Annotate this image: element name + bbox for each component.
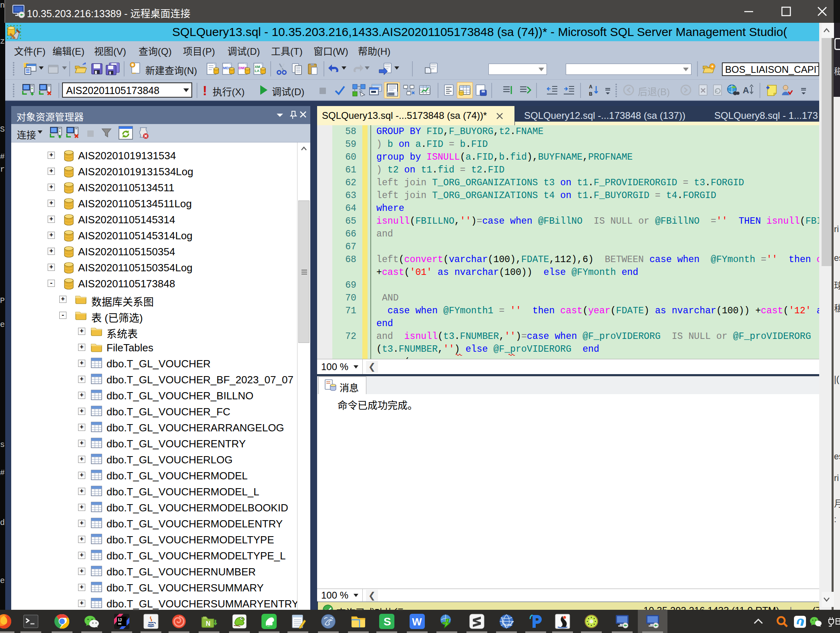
taskbar-slot-honeyview[interactable] <box>164 610 194 633</box>
xmla-query-icon[interactable]: XMLA <box>253 62 267 75</box>
database-engine-query-icon[interactable] <box>206 62 220 75</box>
debug-button[interactable]: 调试(D) <box>272 84 304 98</box>
mdx-query-icon[interactable]: MDX <box>222 62 235 75</box>
code-line[interactable]: 66and <box>317 228 819 240</box>
tree-item-label[interactable]: AIS20201019131534Log <box>78 166 193 178</box>
results-to-file-icon[interactable] <box>474 84 488 96</box>
tree-item[interactable]: +系统表 <box>11 323 297 339</box>
editor-zoom-combo[interactable]: 100 % <box>317 359 363 374</box>
code-line[interactable]: 72and isnull(t3.FNUMBER,'')=case when @F… <box>317 330 819 343</box>
undo-dropdown-icon[interactable] <box>342 66 346 70</box>
code-line[interactable]: 68left(convert(varchar(100),FDATE,112),6… <box>317 253 819 266</box>
expand-icon[interactable]: + <box>78 344 85 351</box>
toolbar-overflow-icon[interactable] <box>604 84 611 97</box>
taskbar-slot-sublime[interactable] <box>462 610 492 633</box>
taskbar-slot-scorpion[interactable] <box>313 610 343 633</box>
tree-item[interactable]: +dbo.T_GL_VOUCHERMODELTYPE_L <box>11 547 297 563</box>
code-line[interactable]: 64where <box>317 202 819 215</box>
tree-item-label[interactable]: dbo.T_GL_VOUCHERMODEL <box>107 470 248 482</box>
connect-menu-dropdown-icon[interactable] <box>38 130 42 134</box>
expand-icon[interactable]: + <box>48 232 55 239</box>
back-icon[interactable] <box>622 84 635 96</box>
taskbar-slot-chrome[interactable] <box>47 610 77 633</box>
print-icon[interactable] <box>424 62 439 75</box>
window-position-icon[interactable] <box>275 112 284 118</box>
tree-item-label[interactable]: dbo.T_GL_VOUCHERENTRY <box>107 438 246 450</box>
menu-edit[interactable]: 编辑(E) <box>52 44 84 58</box>
tree-item-label[interactable]: AIS20201105173848 <box>78 278 175 290</box>
dmx-query-icon[interactable]: DMX <box>237 62 251 75</box>
expand-icon[interactable]: + <box>78 584 85 591</box>
tree-item[interactable]: +dbo.T_GL_VOUCHER_FC <box>11 403 297 419</box>
menu-file[interactable]: 文件(F) <box>14 44 46 58</box>
toolbar-overflow-icon-2[interactable] <box>800 84 807 97</box>
new-query-icon[interactable] <box>129 62 143 76</box>
code-line[interactable]: 69 <box>317 279 819 292</box>
forward-icon[interactable] <box>679 84 692 96</box>
save-all-icon[interactable] <box>105 62 120 75</box>
disconnect-object-explorer-icon[interactable] <box>66 126 82 139</box>
expand-icon[interactable]: + <box>78 392 85 399</box>
tab-messages[interactable]: 消息 <box>318 377 366 395</box>
stop-object-icon[interactable] <box>84 127 95 138</box>
menu-window[interactable]: 窗口(W) <box>313 44 348 58</box>
tree-item-label[interactable]: dbo.T_GL_VOUCHERNUMBER <box>107 566 256 578</box>
comment-icon[interactable] <box>502 84 515 96</box>
code-line[interactable]: 58GROUP BY FID,F_BUYORG,t2.FNAME <box>317 125 819 138</box>
back-button[interactable]: 后退(B) <box>638 84 670 98</box>
stop-icon[interactable] <box>316 84 328 96</box>
menu-tools[interactable]: 工具(T) <box>271 44 303 58</box>
tree-item[interactable]: +dbo.T_GL_VOUCHERMODEL_L <box>11 483 297 499</box>
ssms-titlebar[interactable]: SQLQuery13.sql - 10.35.203.216,1433.AIS2… <box>5 23 819 41</box>
tree-item-label[interactable]: 数据库关系图 <box>91 294 154 308</box>
code-line[interactable]: ( <box>317 356 819 359</box>
expand-icon[interactable]: + <box>48 200 55 207</box>
taskbar-slot-s-green[interactable]: S <box>372 610 402 633</box>
connect-object-explorer-icon[interactable] <box>50 126 63 139</box>
expand-icon[interactable]: + <box>78 456 85 463</box>
taskbar-slot-kiwi[interactable] <box>577 610 606 633</box>
results-to-grid-icon[interactable] <box>458 84 472 96</box>
font-size-icon[interactable]: A <box>742 84 756 96</box>
tree-item[interactable]: +dbo.T_GL_VOUCHER_BILLNO <box>11 387 297 403</box>
copy-icon[interactable] <box>291 62 303 75</box>
maximize-button[interactable] <box>772 0 800 23</box>
menu-query[interactable]: 查询(Q) <box>139 44 172 58</box>
tray-expand-icon[interactable] <box>752 615 765 628</box>
tree-item-label[interactable]: dbo.T_GL_VOUCHERMODELBOOKID <box>107 502 288 514</box>
menu-view[interactable]: 视图(V) <box>94 44 126 58</box>
plug-icon[interactable] <box>826 615 838 628</box>
expand-icon[interactable]: + <box>48 216 55 223</box>
tree-item[interactable]: +dbo.T_GL_VOUCHERMODELBOOKID <box>11 499 297 515</box>
code-line[interactable]: 62left join T_ORG_ORGANIZATIONS t3 on t1… <box>317 176 819 189</box>
taskbar-slot-wps[interactable]: W <box>402 610 432 633</box>
taskbar-slot-idm[interactable] <box>432 610 462 633</box>
tree-item[interactable]: +dbo.T_GL_VOUCHER <box>11 355 297 371</box>
tree-item[interactable]: +dbo.T_GL_VOUCHERLOG <box>11 451 297 467</box>
minimize-button[interactable] <box>735 0 763 23</box>
bookmark-icon[interactable] <box>765 84 779 96</box>
tree-item-label[interactable]: dbo.T_GL_VOUCHER <box>107 358 211 370</box>
tree-item[interactable]: +AIS20201105150354 <box>11 243 297 259</box>
disconnect-icon[interactable] <box>39 84 55 96</box>
tree-item-label[interactable]: dbo.T_GL_VOUCHERSUMMARY <box>107 582 264 594</box>
code-line[interactable]: 63left join T_ORG_ORGANIZATIONS t4 on t1… <box>317 189 819 202</box>
tree-item[interactable]: +dbo.T_GL_VOUCHERMODELENTRY <box>11 515 297 531</box>
tree-item[interactable]: -AIS20201105173848 <box>11 275 297 291</box>
sort-icon[interactable]: AB <box>588 84 602 96</box>
tree-item[interactable]: +dbo.T_GL_VOUCHERNUMBER <box>11 563 297 579</box>
tree-item[interactable]: -表 (已筛选) <box>11 307 297 323</box>
toolbar-combo-2[interactable] <box>566 64 691 75</box>
collapse-icon[interactable]: - <box>59 312 66 319</box>
taskbar-slot-explorer[interactable] <box>344 610 373 633</box>
undo-icon[interactable] <box>328 62 341 75</box>
uncomment-icon[interactable] <box>518 84 532 96</box>
tree-item[interactable]: +dbo.T_GL_VOUCHERARRANGELOG <box>11 419 297 435</box>
taskbar-slot-rdp-active[interactable] <box>638 610 667 633</box>
tree-item-label[interactable]: dbo.T_GL_VOUCHERMODELENTRY <box>107 518 283 530</box>
tree-item-label[interactable]: FileTables <box>107 342 153 354</box>
activity-monitor-dropdown-icon[interactable] <box>62 66 67 70</box>
refresh-icon[interactable] <box>118 126 133 140</box>
taskbar-slot-rdp[interactable] <box>607 610 637 633</box>
code-line[interactable]: 61) t2 on t1.fid = t2.FID <box>317 164 819 176</box>
